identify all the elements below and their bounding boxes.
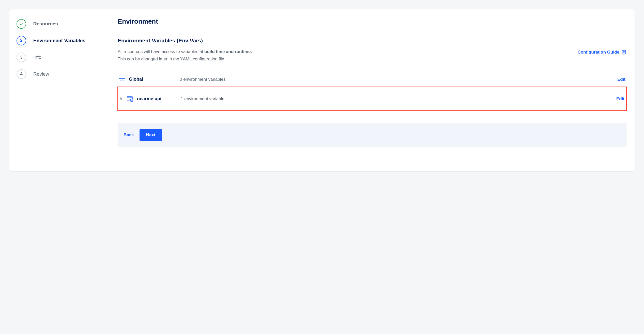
step-review[interactable]: 4 Review [17, 66, 105, 82]
step-label: Review [33, 71, 49, 77]
env-row-global: </> Global 0 environment variables Edit [118, 72, 626, 87]
step-indicator-upcoming: 3 [17, 53, 26, 62]
section-title: Environment Variables (Env Vars) [118, 38, 626, 44]
step-indicator-upcoming: 4 [17, 69, 26, 79]
step-label: Environment Variables [33, 38, 85, 43]
env-row-nearme-api: nearme-api 1 environment variable Edit [118, 87, 626, 111]
document-icon [621, 50, 626, 55]
description-text: All resources will have access to variab… [118, 48, 252, 63]
indent-arrow-icon [120, 97, 123, 101]
step-info[interactable]: 3 Info [17, 49, 105, 66]
env-name-cell: </> Global [119, 77, 180, 82]
env-name-cell: nearme-api [120, 96, 181, 102]
svg-text:</>: </> [120, 79, 124, 81]
next-button[interactable]: Next [140, 129, 162, 141]
page-title: Environment [118, 18, 626, 25]
step-environment-variables[interactable]: 2 Environment Variables [17, 32, 105, 49]
wizard-card: Resources 2 Environment Variables 3 Info… [9, 9, 635, 172]
back-button[interactable]: Back [124, 132, 134, 138]
edit-link[interactable]: Edit [617, 77, 625, 82]
global-scope-icon: </> [119, 77, 125, 82]
config-link-text: Configuration Guide [578, 50, 619, 55]
main-content: Environment Environment Variables (Env V… [111, 9, 635, 171]
footer-nav: Back Next [118, 123, 626, 147]
step-label: Resources [33, 21, 58, 27]
env-name: Global [129, 77, 143, 82]
step-number: 2 [20, 38, 22, 43]
env-count: 0 environment variables [180, 77, 617, 82]
checkmark-icon [19, 22, 24, 26]
desc-line1-b: build time and runtime. [204, 49, 252, 54]
desc-line1-a: All resources will have access to variab… [118, 49, 204, 54]
web-service-icon [127, 96, 133, 102]
env-name: nearme-api [137, 96, 161, 102]
desc-line2: This can be changed later in the YAML co… [118, 57, 225, 61]
step-indicator-done [17, 19, 26, 29]
edit-link[interactable]: Edit [616, 96, 624, 102]
step-label: Info [33, 55, 41, 60]
step-number: 4 [20, 72, 22, 77]
env-var-list: </> Global 0 environment variables Edit [118, 72, 626, 111]
step-number: 3 [20, 55, 22, 60]
description-row: All resources will have access to variab… [118, 48, 626, 63]
steps-sidebar: Resources 2 Environment Variables 3 Info… [9, 9, 111, 171]
configuration-guide-link[interactable]: Configuration Guide [578, 50, 626, 55]
step-resources[interactable]: Resources [17, 15, 105, 32]
env-count: 1 environment variable [181, 96, 616, 102]
step-indicator-current: 2 [17, 36, 26, 45]
